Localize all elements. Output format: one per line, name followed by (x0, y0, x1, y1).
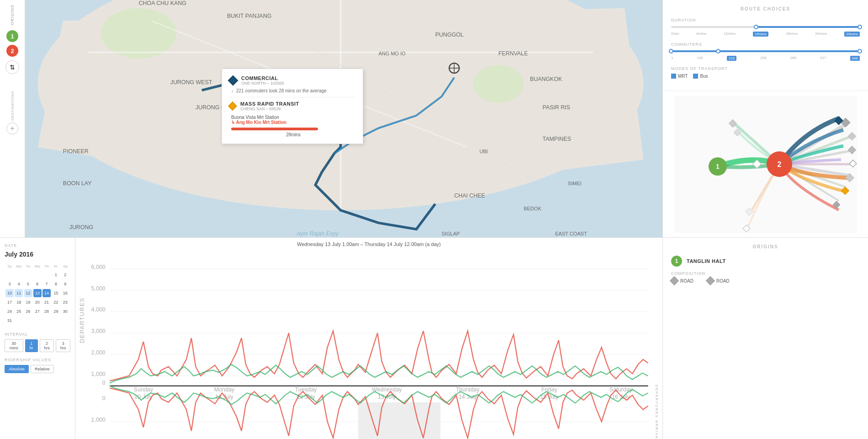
dep-arr-label: DEPARTURES ARRIVALS (655, 385, 659, 439)
route-to: ↳ Ang Mo Kio Mrt Station (231, 120, 355, 125)
svg-text:BUANGKOK: BUANGKOK (530, 76, 562, 82)
chart-svg: 6,000 5,000 4,000 3,000 2,000 1,000 0 DE… (75, 249, 662, 439)
cal-day-8[interactable]: 8 (52, 280, 60, 288)
chart-container: Wednesday 13 July 1.00am – Thursday 14 J… (75, 238, 662, 439)
cal-day-23[interactable]: 23 (61, 298, 69, 306)
comp-text-2: ROAD (716, 278, 730, 284)
cal-empty (5, 271, 14, 279)
cal-day-30[interactable]: 30 (61, 307, 69, 316)
mrt-checkbox[interactable] (671, 74, 676, 79)
bus-checkbox[interactable] (693, 74, 698, 79)
composition-label: COMPOSITION (671, 271, 860, 276)
cal-day-14[interactable]: 14 (42, 289, 51, 297)
cal-day-12[interactable]: 12 (24, 289, 32, 297)
tooltip-origin-name: MASS RAPID TRANSIT (240, 101, 299, 107)
cal-day-5[interactable]: 5 (24, 280, 32, 288)
cal-day-7[interactable]: 7 (42, 280, 51, 288)
duration-slider[interactable] (671, 26, 860, 28)
dur-29: 29mins (844, 32, 860, 37)
cal-day-28[interactable]: 28 (42, 307, 51, 316)
bottom-left-panel: DATE July 2016 SuMoTuWeThFrSa 1234567891… (0, 238, 75, 439)
map-container[interactable]: CHOA CHU KANG Murai Airfield BUKIT PANJA… (25, 0, 662, 237)
interval-buttons: 30 mins1 hr2 hrs3 hrs (5, 339, 70, 352)
cal-day-22[interactable]: 22 (52, 298, 60, 306)
svg-rect-99 (358, 402, 440, 439)
cal-day-21[interactable]: 21 (42, 298, 51, 306)
comp-item-1: ROAD (671, 278, 693, 284)
svg-text:Ayer Rajah Expy: Ayer Rajah Expy (296, 230, 339, 237)
svg-text:Sunday: Sunday (134, 386, 153, 393)
interval-section: INTERVAL 30 mins1 hr2 hrs3 hrs (5, 332, 70, 352)
cal-day-20[interactable]: 20 (33, 298, 42, 306)
cal-day-26[interactable]: 26 (24, 307, 32, 316)
svg-text:Tuesday: Tuesday (295, 386, 317, 393)
composition-row: ROAD ROAD (671, 278, 860, 284)
interval-btn-1-hr[interactable]: 1 hr (25, 339, 38, 352)
ridership-btn-relative[interactable]: Relative (31, 365, 54, 373)
cal-day-19[interactable]: 19 (24, 298, 32, 306)
cal-day-24[interactable]: 24 (5, 307, 14, 316)
cal-day-4[interactable]: 4 (15, 280, 23, 288)
bus-checkbox-item[interactable]: Bus (693, 74, 708, 79)
cal-day-10[interactable]: 10 (5, 289, 14, 297)
date-label: DATE (5, 243, 70, 248)
map-tooltip: COMMERCIAL ONE NORTH – 102955 ↓ 221 comm… (222, 69, 363, 144)
ridership-btn-absolute[interactable]: Absolute (5, 365, 29, 373)
cal-day-25[interactable]: 25 (15, 307, 23, 316)
cal-day-18[interactable]: 18 (15, 298, 23, 306)
com-130: 130 (697, 56, 703, 61)
swap-button[interactable]: ⇅ (5, 60, 19, 74)
mrt-checkbox-item[interactable]: MRT (671, 74, 688, 79)
origins-title: ORIGINS (671, 244, 860, 249)
svg-text:CHAI CHEE: CHAI CHEE (454, 193, 485, 199)
mrt-label: MRT (678, 74, 688, 79)
cal-day-9[interactable]: 9 (61, 280, 69, 288)
cal-day-11[interactable]: 11 (15, 289, 23, 297)
origins-label: ORIGINS (10, 5, 15, 25)
comp-diamond-2 (706, 276, 715, 285)
cal-empty (15, 316, 23, 325)
interval-label: INTERVAL (5, 332, 70, 337)
svg-text:CHOA CHU KANG: CHOA CHU KANG (139, 0, 186, 6)
departures-label: DEPARTURES (655, 385, 659, 418)
commuters-slider[interactable] (671, 50, 860, 52)
dur-0: 0min (671, 32, 679, 37)
svg-text:BUKIT PANJANG: BUKIT PANJANG (227, 13, 272, 19)
svg-text:BOON LAY: BOON LAY (63, 180, 92, 187)
origin-1-dot[interactable]: 1 (6, 30, 18, 42)
com-388: 388 (790, 56, 796, 61)
cal-empty (24, 316, 32, 325)
add-destination-button[interactable]: + (6, 123, 18, 134)
cal-day-1[interactable]: 1 (52, 271, 60, 279)
interval-btn-30-mins[interactable]: 30 mins (5, 339, 23, 352)
cal-day-2[interactable]: 2 (61, 271, 69, 279)
svg-text:0: 0 (102, 380, 106, 386)
cal-empty (15, 271, 23, 279)
cal-day-13[interactable]: 13 (33, 289, 42, 297)
cal-day-6[interactable]: 6 (33, 280, 42, 288)
cal-day-15[interactable]: 15 (52, 289, 60, 297)
route-from: Buona Vista Mrt Station (231, 115, 355, 120)
tooltip-origin-sub: CHENG SAN – 69528 (240, 107, 299, 111)
cal-day-27[interactable]: 27 (33, 307, 42, 316)
svg-text:Monday: Monday (214, 386, 235, 393)
svg-text:JURONG WEST: JURONG WEST (170, 79, 212, 86)
modes-label: MODES OF TRANSPORT (671, 66, 860, 71)
cal-day-17[interactable]: 17 (5, 298, 14, 306)
month-label: July 2016 (5, 251, 70, 258)
right-panel: ROUTE CHOICES DURATION 0min 6mins 12mins… (662, 0, 868, 237)
chart-area[interactable]: 6,000 5,000 4,000 3,000 2,000 1,000 0 DE… (75, 249, 662, 439)
cal-day-16[interactable]: 16 (61, 289, 69, 297)
cal-day-3[interactable]: 3 (5, 280, 14, 288)
cal-day-31[interactable]: 31 (5, 316, 14, 325)
interval-btn-3-hrs[interactable]: 3 hrs (56, 339, 70, 352)
com-259: 259 (760, 56, 766, 61)
duration-labels: 0min 6mins 12mins 15mins 18mins 24mins 2… (671, 32, 860, 37)
cal-header-tu: Tu (24, 262, 32, 270)
interval-btn-2-hrs[interactable]: 2 hrs (40, 339, 54, 352)
cal-day-29[interactable]: 29 (52, 307, 60, 316)
cal-empty (52, 316, 60, 325)
bus-label: Bus (700, 74, 708, 79)
origin-2-dot[interactable]: 2 (6, 45, 18, 57)
comp-diamond-1 (670, 276, 679, 285)
